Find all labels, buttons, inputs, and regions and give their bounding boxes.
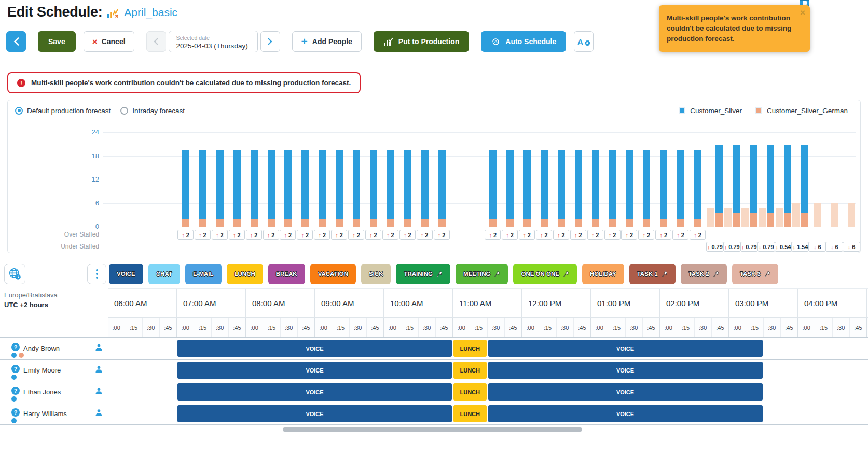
shift-block-voice[interactable]: VOICE: [488, 405, 763, 422]
hour-label: 08:00 AM: [252, 299, 285, 308]
customer-silver-bar: [251, 150, 258, 219]
shift-block-voice[interactable]: VOICE: [488, 362, 763, 379]
quarter-cell: :30: [350, 318, 367, 337]
person-profile-button[interactable]: [95, 365, 103, 375]
selected-date-field[interactable]: Selected date 2025-04-03 (Thursday): [169, 31, 258, 52]
toast-message: Multi-skill people's work contribution c…: [667, 13, 792, 44]
shift-block-voice[interactable]: VOICE: [177, 383, 452, 401]
shift-block-voice[interactable]: VOICE: [177, 405, 452, 422]
cancel-button[interactable]: × Cancel: [84, 31, 134, 52]
over-staffed-marker: ↑2: [570, 230, 586, 240]
quarter-cell: :45: [367, 318, 384, 337]
schedule-row: ?Harry WilliamsVOICELUNCHVOICE: [0, 403, 868, 425]
over-staffed-marker: ↑2: [587, 230, 603, 240]
under-staffed-marker: ↓0.79: [706, 242, 724, 252]
person-profile-button[interactable]: [95, 343, 103, 353]
activity-chip-break[interactable]: BREAK: [268, 264, 305, 284]
activity-chip-task-3[interactable]: TASK 3: [732, 264, 778, 284]
over-staffed-marker: ↑2: [655, 230, 671, 240]
selected-date-value: 2025-04-03 (Thursday): [176, 42, 250, 50]
activity-chip-label: BREAK: [276, 271, 297, 277]
timeline-scrollbar[interactable]: [283, 427, 582, 432]
up-arrow-icon: ↑: [335, 232, 338, 238]
toast-close-icon[interactable]: ×: [800, 8, 805, 18]
forecast-radio-default[interactable]: Default production forecast: [15, 107, 111, 115]
over-staffed-marker: ↑2: [485, 230, 501, 240]
shift-block-lunch[interactable]: LUNCH: [453, 405, 487, 422]
chart-gridline: [103, 132, 856, 133]
person-profile-button[interactable]: [95, 409, 103, 419]
help-icon[interactable]: ?: [11, 408, 20, 417]
activities-overflow-menu[interactable]: [87, 264, 106, 284]
legend-item[interactable]: Customer_Silver: [679, 107, 742, 115]
activity-chip-label: E-MAIL: [193, 271, 214, 277]
shift-block-voice[interactable]: VOICE: [488, 340, 763, 357]
customer-silver-german-bar: [750, 213, 757, 227]
activity-chip-label: HOLIDAY: [590, 271, 616, 277]
error-icon: !: [17, 79, 25, 87]
help-icon[interactable]: ?: [11, 387, 20, 395]
activity-chip-voice[interactable]: VOICE: [109, 264, 143, 284]
over-staffed-marker: ↑2: [434, 230, 450, 240]
activity-chip-e-mail[interactable]: E-MAIL: [185, 264, 222, 284]
help-icon[interactable]: ?: [11, 343, 20, 351]
customer-silver-german-bar: [523, 219, 531, 227]
shift-block-lunch[interactable]: LUNCH: [453, 383, 487, 401]
pin-icon: [436, 271, 443, 277]
activity-chip-training[interactable]: TRAINING: [396, 264, 450, 284]
forecast-bar: [776, 208, 783, 227]
activity-chip-task-2[interactable]: TASK 2: [681, 264, 727, 284]
activity-chip-one-on-one[interactable]: ONE ON ONE: [513, 264, 576, 284]
over-staffed-marker: ↑2: [621, 230, 637, 240]
hour-label: 09:00 AM: [321, 299, 354, 308]
activity-chip-vacation[interactable]: VACATION: [310, 264, 356, 284]
person-name: Andy Brown: [23, 344, 60, 352]
pin-icon: [713, 271, 719, 277]
activity-chip-holiday[interactable]: HOLIDAY: [582, 264, 624, 284]
put-to-production-button[interactable]: Put to Production: [374, 31, 469, 52]
activity-chip-sick[interactable]: SICK: [361, 264, 391, 284]
up-arrow-icon: ↑: [642, 232, 645, 238]
shift-block-lunch[interactable]: LUNCH: [453, 340, 487, 357]
quarter-cell: :30: [212, 318, 229, 337]
customer-silver-german-bar: [251, 219, 258, 227]
auto-schedule-button[interactable]: A Auto Schedule: [481, 31, 566, 52]
skill-dots: [11, 353, 24, 358]
shift-block-voice[interactable]: VOICE: [177, 362, 452, 379]
person-profile-button[interactable]: [95, 387, 103, 397]
hour-label: 11:00 AM: [459, 299, 491, 308]
forecast-bar: [792, 203, 800, 227]
hour-label: 01:00 PM: [597, 299, 630, 308]
chevron-right-icon: [268, 38, 272, 45]
plus-icon: +: [301, 36, 308, 47]
under-staffed-marker: ↓1.54: [791, 242, 809, 252]
activity-chip-lunch[interactable]: LUNCH: [227, 264, 263, 284]
customer-silver-german-bar: [643, 219, 650, 227]
next-day-button[interactable]: [260, 31, 280, 52]
back-button[interactable]: [6, 31, 26, 52]
schedule-settings-button[interactable]: A: [574, 31, 594, 52]
under-staffed-marker: ↓0.54: [775, 242, 792, 252]
over-staffed-marker: ↑2: [417, 230, 433, 240]
legend-item[interactable]: Customer_Silver_German: [755, 107, 848, 115]
save-button[interactable]: Save: [38, 31, 76, 52]
up-arrow-icon: ↑: [284, 232, 287, 238]
schedule-name-link[interactable]: April_basic: [124, 6, 177, 19]
previous-day-button[interactable]: [146, 31, 166, 52]
activity-chip-task-1[interactable]: TASK 1: [629, 264, 676, 284]
customer-silver-bar: [715, 145, 723, 213]
add-people-button[interactable]: + Add People: [292, 31, 362, 52]
help-icon[interactable]: ?: [11, 365, 20, 373]
up-arrow-icon: ↑: [677, 232, 680, 238]
over-staffed-marker: ↑2: [195, 230, 211, 240]
hour-cell: 03:00 PM: [729, 289, 798, 317]
timezone-globe-button[interactable]: [4, 264, 25, 284]
activity-chip-meeting[interactable]: MEETING: [456, 264, 508, 284]
activity-chip-chat[interactable]: CHAT: [148, 264, 180, 284]
forecast-radio-intraday[interactable]: Intraday forecast: [120, 107, 185, 115]
hour-cell: 06:00 AM: [108, 289, 177, 317]
shift-block-voice[interactable]: VOICE: [488, 383, 763, 401]
shift-block-voice[interactable]: VOICE: [177, 340, 452, 357]
up-arrow-icon: ↑: [506, 232, 509, 238]
shift-block-lunch[interactable]: LUNCH: [453, 362, 487, 379]
